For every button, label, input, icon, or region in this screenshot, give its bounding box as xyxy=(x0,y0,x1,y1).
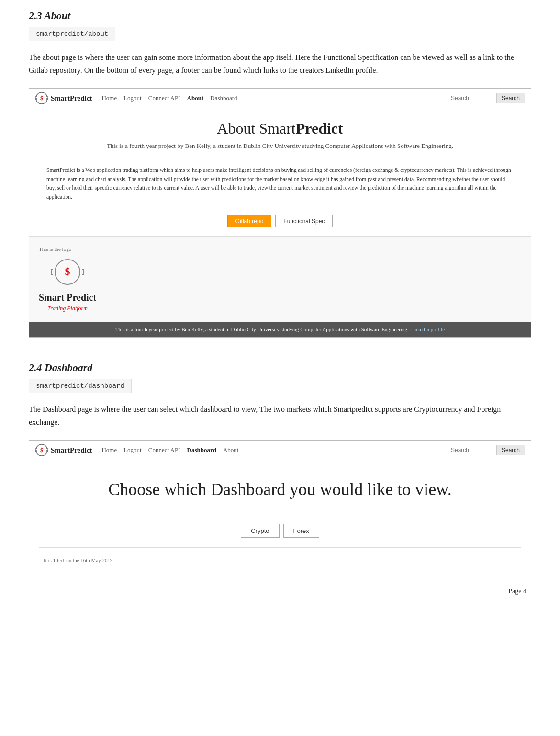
about-title-bold: Predict xyxy=(296,120,343,137)
about-buttons-row: Gitlab repo Functional Spec xyxy=(39,215,521,236)
dashboard-body-text: The Dashboard page is where the user can… xyxy=(29,403,531,429)
about-page-title: About SmartPredict xyxy=(39,120,521,137)
svg-text:$: $ xyxy=(40,95,43,102)
about-app-footer: This is a fourth year project by Ben Kel… xyxy=(29,322,531,337)
logo-svg-icon: $ xyxy=(35,91,48,105)
nav-home[interactable]: Home xyxy=(101,94,117,102)
logo-text: SmartPredict xyxy=(51,94,92,102)
smartpredict-logo: $ Smart Predict Trading Platform xyxy=(39,257,96,312)
dashboard-page-content: Choose which Dashboard you would like to… xyxy=(29,460,531,573)
about-description: SmartPredict is a Web application tradin… xyxy=(39,159,521,208)
about-browser-mockup: $ SmartPredict Home Logout Connect API A… xyxy=(29,88,531,338)
about-logo-section: This is the logo $ Smart Predict xyxy=(29,236,531,322)
dash-nav-dashboard[interactable]: Dashboard xyxy=(187,446,216,454)
smartpredict-large-logo-icon: $ xyxy=(48,257,87,290)
gitlab-repo-button[interactable]: Gitlab repo xyxy=(227,215,272,227)
dash-nav-about[interactable]: About xyxy=(223,446,239,454)
dashboard-nav-search: Search xyxy=(447,445,525,455)
dashboard-app-logo: $ SmartPredict xyxy=(35,443,92,457)
dashboard-buttons-row: Crypto Forex xyxy=(39,514,521,548)
smartpredict-logo-sub: Trading Platform xyxy=(47,305,88,312)
crypto-button[interactable]: Crypto xyxy=(241,524,279,538)
about-nav-search: Search xyxy=(447,93,525,103)
section-heading-dashboard: 2.4 Dashboard xyxy=(29,362,531,374)
nav-about[interactable]: About xyxy=(187,94,204,102)
dashboard-search-button[interactable]: Search xyxy=(496,445,525,455)
dash-nav-logout[interactable]: Logout xyxy=(123,446,142,454)
smartpredict-logo-name: Smart Predict xyxy=(39,292,96,303)
dashboard-page-title: Choose which Dashboard you would like to… xyxy=(39,479,521,499)
about-url: smartpredict/about xyxy=(29,27,115,41)
dashboard-browser-mockup: $ SmartPredict Home Logout Connect API D… xyxy=(29,440,531,573)
dashboard-url: smartpredict/dashboard xyxy=(29,379,132,393)
svg-text:$: $ xyxy=(40,447,43,453)
dashboard-nav-links: Home Logout Connect API Dashboard About xyxy=(101,446,447,454)
dashboard-logo-svg-icon: $ xyxy=(35,443,48,457)
about-body-text: The about page is where the user can gai… xyxy=(29,51,531,77)
app-logo: $ SmartPredict xyxy=(35,91,92,105)
section-about-heading: 2.3 About smartpredict/about xyxy=(29,10,531,51)
dashboard-logo-text: SmartPredict xyxy=(51,446,92,454)
dash-nav-connectapi[interactable]: Connect API xyxy=(148,446,180,454)
about-navbar: $ SmartPredict Home Logout Connect API A… xyxy=(29,89,531,108)
forex-button[interactable]: Forex xyxy=(283,524,319,538)
dashboard-search-input[interactable] xyxy=(447,445,494,455)
linkedin-profile-link[interactable]: LinkedIn profile xyxy=(410,327,445,332)
about-page-content: About SmartPredict This is a fourth year… xyxy=(29,108,531,236)
logo-label: This is the logo xyxy=(39,246,71,252)
dashboard-navbar: $ SmartPredict Home Logout Connect API D… xyxy=(29,441,531,460)
about-search-input[interactable] xyxy=(447,93,494,103)
svg-text:$: $ xyxy=(65,265,70,277)
dash-nav-home[interactable]: Home xyxy=(101,446,117,454)
section-heading-about: 2.3 About xyxy=(29,10,531,22)
footer-text: This is a fourth year project by Ben Kel… xyxy=(115,327,409,332)
nav-dashboard[interactable]: Dashboard xyxy=(210,94,237,102)
nav-logout[interactable]: Logout xyxy=(123,94,142,102)
section-dashboard-heading: 2.4 Dashboard smartpredict/dashboard xyxy=(29,362,531,403)
nav-connectapi[interactable]: Connect API xyxy=(148,94,180,102)
functional-spec-button[interactable]: Functional Spec xyxy=(275,215,333,227)
about-search-button[interactable]: Search xyxy=(496,93,525,103)
about-nav-links: Home Logout Connect API About Dashboard xyxy=(101,94,447,102)
dashboard-footer-text: It is 10:51 on the 16th May 2019 xyxy=(39,557,521,563)
about-page-subtitle: This is a fourth year project by Ben Kel… xyxy=(39,142,521,150)
page-number: Page 4 xyxy=(29,588,531,595)
